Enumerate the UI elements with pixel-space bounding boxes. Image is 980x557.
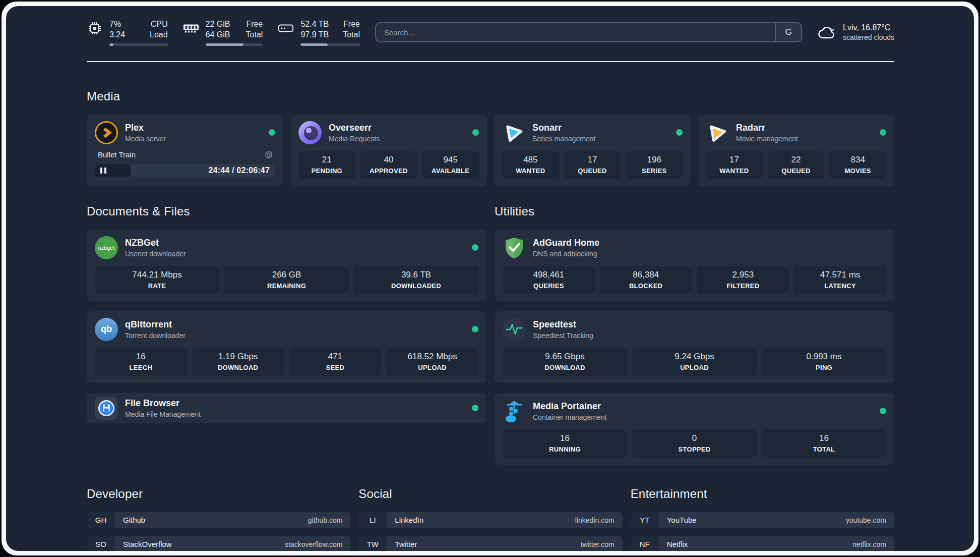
app-subtitle: Media server xyxy=(125,135,262,143)
qbittorrent-icon: qb xyxy=(95,318,118,341)
app-card-filebrowser[interactable]: File Browser Media File Management xyxy=(87,393,486,423)
bookmark-name: Twitter xyxy=(395,540,417,548)
section-title-utilities: Utilities xyxy=(495,204,894,218)
disk-free-label: Free xyxy=(343,19,360,30)
section-title-entertainment: Entertainment xyxy=(631,487,894,501)
bookmark-name: LinkedIn xyxy=(395,516,423,524)
playback-progress-bar[interactable]: 24:44 / 02:06:47 xyxy=(95,164,275,177)
stat-tile: 9.24 GbpsUPLOAD xyxy=(632,348,757,376)
bookmark-netflix[interactable]: NF Netflixnetflix.com xyxy=(631,536,894,551)
disk-free-value: 52.4 TB xyxy=(300,19,329,30)
adguard-icon xyxy=(503,236,526,259)
search-input[interactable] xyxy=(376,23,775,41)
memory-progress-bar xyxy=(206,43,263,46)
weather-condition: scattered clouds xyxy=(843,33,894,41)
disk-total-value: 97.9 TB xyxy=(300,30,329,40)
cpu-load-value: 3.24 xyxy=(109,30,136,40)
app-title: qBittorrent xyxy=(125,319,465,330)
section-title-social: Social xyxy=(358,487,622,501)
app-subtitle: Movie management xyxy=(736,135,873,143)
status-dot xyxy=(472,405,478,411)
bookmark-abbr: GH xyxy=(87,512,115,528)
settings-icon[interactable] xyxy=(264,150,273,159)
header-divider xyxy=(87,61,894,62)
stat-tile: 1.19 GbpsDOWNLOAD xyxy=(192,348,284,376)
speedtest-icon xyxy=(503,318,526,341)
search-engine-button[interactable]: G xyxy=(775,23,801,41)
app-title: AdGuard Home xyxy=(533,238,886,248)
app-subtitle: DNS and adblocking xyxy=(533,250,886,258)
cpu-label: CPU xyxy=(150,19,168,30)
app-subtitle: Usenet downloader xyxy=(125,250,465,258)
stat-tile: 834MOVIES xyxy=(829,151,886,179)
cpu-icon xyxy=(87,20,103,36)
filebrowser-icon xyxy=(95,397,118,420)
cpu-load-label: Load xyxy=(150,30,168,40)
app-card-sonarr[interactable]: Sonarr Series management 485WANTED 17QUE… xyxy=(494,115,691,186)
app-title: Media Portainer xyxy=(533,401,873,412)
stat-tile: 945AVAILABLE xyxy=(422,151,479,179)
app-card-speedtest[interactable]: Speedtest Speedtest Tracking 9.65 GbpsDO… xyxy=(495,311,894,383)
bookmark-stackoverflow[interactable]: SO StackOverflowstackoverflow.com xyxy=(87,536,350,551)
app-card-overseerr[interactable]: Overseerr Media Requests 21PENDING 40APP… xyxy=(290,115,487,186)
stat-tile: 485WANTED xyxy=(502,151,559,179)
app-title: NZBGet xyxy=(125,238,465,248)
bookmark-url: youtube.com xyxy=(846,516,886,524)
playback-time: 24:44 / 02:06:47 xyxy=(208,166,270,175)
media-grid: Plex Media server Bullet Train 24:44 / 0… xyxy=(87,115,894,186)
radarr-icon xyxy=(706,121,729,144)
app-subtitle: Speedtest Tracking xyxy=(533,331,886,340)
app-card-nzbget[interactable]: nzbget NZBGet Usenet downloader 744.21 M… xyxy=(87,230,486,301)
bookmark-name: StackOverflow xyxy=(123,540,172,548)
status-dot xyxy=(269,129,275,136)
status-dot xyxy=(676,129,683,136)
stat-tile: 16LEECH xyxy=(95,348,187,376)
system-stats: 7% 3.24 CPU Load xyxy=(87,19,360,46)
bookmark-url: linkedin.com xyxy=(575,516,615,524)
app-card-qbittorrent[interactable]: qb qBittorrent Torrent downloader 16LEEC… xyxy=(87,311,486,383)
bookmark-abbr: YT xyxy=(631,512,659,528)
bookmark-abbr: NF xyxy=(631,536,659,551)
bookmark-youtube[interactable]: YT YouTubeyoutube.com xyxy=(631,512,894,528)
stat-tile: 21PENDING xyxy=(298,151,355,179)
memory-total-label: Total xyxy=(246,30,263,40)
bookmark-twitter[interactable]: TW Twittertwitter.com xyxy=(358,536,622,551)
app-card-radarr[interactable]: Radarr Movie management 17WANTED 22QUEUE… xyxy=(698,115,894,186)
app-card-plex[interactable]: Plex Media server Bullet Train 24:44 / 0… xyxy=(87,115,283,186)
now-playing-title: Bullet Train xyxy=(98,150,136,159)
stat-tile: 47.571 msLATENCY xyxy=(794,266,886,294)
stat-tile: 0STOPPED xyxy=(632,429,757,458)
memory-total-value: 64 GiB xyxy=(206,30,232,40)
stat-tile: 618.52 MbpsUPLOAD xyxy=(386,348,478,376)
overseerr-icon xyxy=(298,121,322,144)
app-title: Sonarr xyxy=(532,123,669,133)
app-card-portainer[interactable]: Media Portainer Container management 16R… xyxy=(495,393,894,465)
disk-stat: 52.4 TB 97.9 TB Free Total xyxy=(278,19,360,46)
status-dot xyxy=(880,129,886,136)
documents-column: Documents & Files nzbget NZBGet Usenet d… xyxy=(87,204,486,465)
app-title: Plex xyxy=(125,123,262,133)
app-subtitle: Series management xyxy=(532,135,669,143)
section-title-media: Media xyxy=(87,89,894,103)
stat-tile: 40APPROVED xyxy=(360,151,417,179)
app-title: File Browser xyxy=(125,398,465,409)
bookmark-abbr: SO xyxy=(87,536,115,551)
weather-location: Lviv, 16.87°C xyxy=(843,23,894,32)
bookmark-github[interactable]: GH Githubgithub.com xyxy=(87,512,350,528)
app-title: Speedtest xyxy=(533,319,886,330)
app-card-adguard[interactable]: AdGuard Home DNS and adblocking 498,461Q… xyxy=(495,230,894,301)
pause-button[interactable] xyxy=(95,164,131,177)
stat-tile: 16RUNNING xyxy=(503,429,627,458)
bookmarks-developer: Developer GH Githubgithub.com SO StackOv… xyxy=(87,487,350,551)
cloud-icon xyxy=(817,25,836,40)
bookmark-linkedin[interactable]: LI LinkedInlinkedin.com xyxy=(358,512,622,528)
bookmark-name: Github xyxy=(123,516,145,524)
weather-widget[interactable]: Lviv, 16.87°C scattered clouds xyxy=(817,23,894,41)
section-title-developer: Developer xyxy=(87,487,350,501)
search-bar: G xyxy=(375,22,802,42)
topbar: 7% 3.24 CPU Load xyxy=(87,19,894,46)
stat-tile: 744.21 MbpsRATE xyxy=(95,266,219,294)
app-subtitle: Torrent downloader xyxy=(125,331,465,340)
stat-tile: 9.65 GbpsDOWNLOAD xyxy=(503,348,627,376)
disk-progress-bar xyxy=(300,43,360,46)
